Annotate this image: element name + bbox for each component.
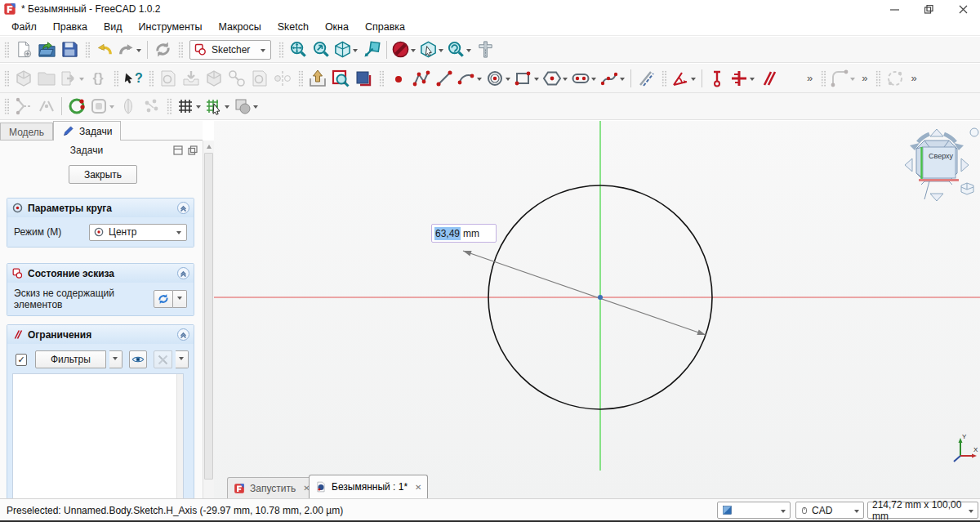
toolbar-grip[interactable] <box>114 70 119 87</box>
toolbar-grip[interactable] <box>4 70 10 87</box>
new-file-button[interactable] <box>12 38 35 61</box>
redo-button[interactable] <box>116 38 144 61</box>
view-section-button[interactable] <box>352 67 375 90</box>
menu-view[interactable]: Вид <box>96 19 131 35</box>
close-task-button[interactable]: Закрыть <box>69 165 137 184</box>
draw-style-button[interactable] <box>390 38 418 61</box>
workbench-selector[interactable]: Sketcher <box>189 40 271 60</box>
construction-mode-button[interactable] <box>635 67 657 90</box>
fit-all-button[interactable] <box>287 38 310 61</box>
toolbar-grip[interactable] <box>875 70 881 87</box>
tab-document[interactable]: Безымянный : 1* ✕ <box>309 475 428 498</box>
constraint-parallel-button[interactable] <box>757 67 780 90</box>
create-point-button[interactable] <box>387 67 410 90</box>
menu-windows[interactable]: Окна <box>317 19 357 35</box>
leave-sketch-button[interactable] <box>306 67 329 90</box>
close-tab-icon[interactable]: ✕ <box>415 483 421 492</box>
dimension-button[interactable] <box>670 67 698 90</box>
toolbar-grip[interactable] <box>379 70 385 87</box>
zoom-tools-button[interactable] <box>446 38 474 61</box>
navcube-face-label[interactable]: Сверху <box>923 152 959 160</box>
collapse-section-button[interactable] <box>177 202 189 214</box>
navigation-style-select[interactable]: CAD <box>795 502 864 519</box>
minimize-button[interactable] <box>877 0 911 18</box>
close-button[interactable] <box>946 0 980 18</box>
toolbar-overflow-button[interactable]: » <box>906 72 920 84</box>
toolbar-grip[interactable] <box>167 98 172 114</box>
diameter-dimension-line[interactable] <box>463 251 706 335</box>
constraint-coincident-button[interactable] <box>706 67 728 90</box>
tilt-right-arrow-icon[interactable] <box>961 158 969 172</box>
face-color-select[interactable] <box>717 502 791 519</box>
create-slot-button[interactable] <box>570 67 599 90</box>
toolbar-grip[interactable] <box>821 70 826 87</box>
filters-button[interactable]: Фильтры <box>35 350 105 368</box>
menu-file[interactable]: Файл <box>3 19 45 35</box>
create-polygon-button[interactable] <box>541 67 570 90</box>
constraints-list-scrollbar[interactable] <box>176 374 183 506</box>
navigation-cube[interactable] <box>893 123 980 207</box>
tab-start-page[interactable]: Запустить ✕ <box>227 477 317 498</box>
menu-help[interactable]: Справка <box>357 19 413 35</box>
show-constraints-button[interactable] <box>129 350 148 368</box>
collapse-section-button[interactable] <box>177 267 189 279</box>
cube-menu-icon[interactable] <box>970 128 978 136</box>
3d-viewport[interactable]: 63,49 mm Сверху Y X Запустить ✕ <box>214 121 980 498</box>
toolbar-grip[interactable] <box>178 42 184 58</box>
auto-update-button[interactable] <box>154 290 173 308</box>
undo-button[interactable] <box>93 38 116 61</box>
create-circle-button[interactable] <box>484 67 513 90</box>
toolbar-overflow-button[interactable]: » <box>803 72 817 84</box>
filters-dropdown[interactable] <box>109 350 122 368</box>
render-order-button[interactable] <box>232 95 261 118</box>
selection-view-button[interactable] <box>418 38 446 61</box>
create-polyline-button[interactable] <box>410 67 433 90</box>
panel-scrollbar[interactable] <box>203 141 214 498</box>
circle-parameters-header[interactable]: Параметры круга <box>7 199 194 217</box>
fit-selection-button[interactable] <box>310 38 332 61</box>
auto-update-dropdown[interactable] <box>173 290 187 308</box>
restore-button[interactable] <box>911 0 946 18</box>
tab-tasks[interactable]: Задачи <box>53 121 121 141</box>
toolbar-grip[interactable] <box>149 70 154 87</box>
dock-panel-icon[interactable] <box>173 145 183 155</box>
toolbar-grip[interactable] <box>662 70 667 87</box>
toolbar-grip[interactable] <box>4 98 10 114</box>
tab-model[interactable]: Модель <box>0 123 53 141</box>
toolbar-overflow-button[interactable]: » <box>858 72 871 84</box>
toolbar-grip[interactable] <box>298 70 304 87</box>
float-panel-icon[interactable] <box>188 145 198 155</box>
scroll-up-button[interactable] <box>203 141 215 152</box>
open-file-button[interactable] <box>35 38 58 61</box>
measure-button[interactable] <box>474 38 497 61</box>
menu-edit[interactable]: Правка <box>45 19 96 35</box>
filter-checkbox[interactable]: ✓ <box>16 354 27 366</box>
whats-this-button[interactable]: ? <box>122 67 145 90</box>
scrollbar-thumb[interactable] <box>204 153 213 480</box>
create-arc-button[interactable] <box>456 67 484 90</box>
toolbar-grip[interactable] <box>85 42 91 58</box>
circle-center-point[interactable] <box>598 295 603 300</box>
tilt-up-arrow-icon[interactable] <box>930 129 943 136</box>
view-sketch-button[interactable] <box>329 67 352 90</box>
toggle-snap-button[interactable] <box>203 95 232 118</box>
toggle-construction-button[interactable] <box>65 95 88 118</box>
toolbar-grip[interactable] <box>278 42 284 58</box>
constraint-horver-button[interactable] <box>728 67 757 90</box>
tilt-left-arrow-icon[interactable] <box>905 158 912 172</box>
sketch-state-header[interactable]: Состояние эскиза <box>7 264 194 283</box>
constraints-list[interactable] <box>12 373 184 506</box>
save-button[interactable] <box>58 38 81 61</box>
constraint-settings-dropdown[interactable] <box>176 350 189 368</box>
menu-tools[interactable]: Инструменты <box>131 19 211 35</box>
isometric-view-button[interactable] <box>332 38 360 61</box>
toolbar-grip[interactable] <box>4 42 10 58</box>
align-view-button[interactable] <box>360 38 383 61</box>
create-line-button[interactable] <box>433 67 456 90</box>
circle-mode-select[interactable]: Центр <box>89 224 187 241</box>
toggle-grid-button[interactable] <box>175 95 203 118</box>
radius-input[interactable]: 63,49 mm <box>431 224 497 243</box>
refresh-button[interactable] <box>151 38 174 61</box>
menu-macros[interactable]: Макросы <box>211 19 270 35</box>
create-rectangle-button[interactable] <box>513 67 541 90</box>
